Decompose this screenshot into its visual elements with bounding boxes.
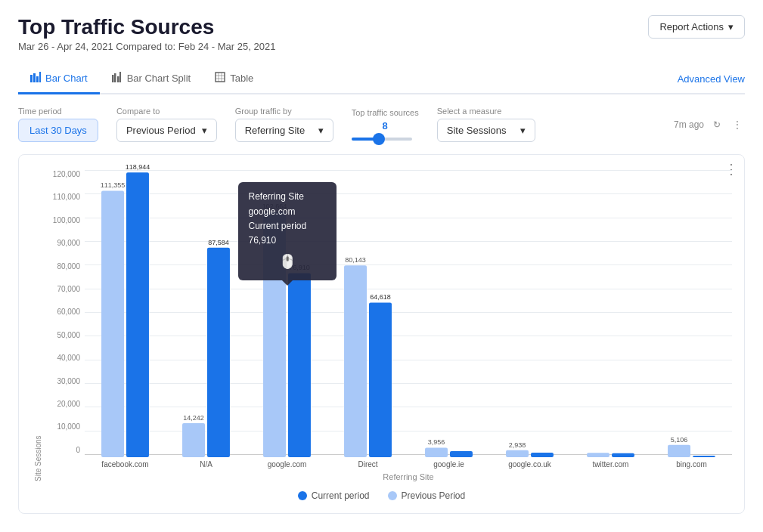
- bar-chart-icon: [30, 72, 41, 85]
- legend-current: Current period: [298, 490, 370, 501]
- legend-dot-previous: [388, 491, 397, 500]
- top-traffic-control: Top traffic sources 8: [352, 108, 419, 141]
- measure-dropdown[interactable]: Site Sessions ▾: [437, 119, 535, 142]
- svg-rect-1: [33, 73, 36, 82]
- bar-previous-twitter.com[interactable]: [587, 453, 609, 457]
- bar-previous-N/A[interactable]: [182, 423, 205, 457]
- x-label-google.com: google.com: [247, 460, 327, 469]
- y-label-120k: 120,000: [42, 170, 80, 178]
- x-label-google.co.uk: google.co.uk: [489, 460, 570, 469]
- top-traffic-label: Top traffic sources: [352, 108, 419, 117]
- time-period-control: Time period Last 30 Days: [18, 107, 98, 142]
- svg-text:5,106: 5,106: [671, 436, 688, 444]
- table-icon: [215, 72, 225, 85]
- svg-text:118,944: 118,944: [126, 163, 150, 171]
- svg-rect-7: [119, 72, 121, 82]
- legend-previous: Previous Period: [388, 490, 466, 501]
- bar-current-N/A[interactable]: [207, 248, 230, 457]
- y-label-60k: 60,000: [42, 308, 80, 316]
- y-label-40k: 40,000: [42, 354, 80, 362]
- timestamp: 7m ago: [674, 119, 704, 130]
- bar-previous-facebook.com[interactable]: [101, 190, 124, 457]
- bar-current-Direct[interactable]: [369, 302, 392, 457]
- page-title: Top Traffic Sources: [18, 15, 275, 39]
- top-traffic-slider[interactable]: [373, 133, 385, 145]
- group-traffic-control: Group traffic by Referring Site ▾: [235, 107, 333, 142]
- chart-legend: Current period Previous Period: [31, 490, 732, 501]
- bar-current-facebook.com[interactable]: [126, 172, 149, 457]
- y-axis: 120,000 110,000 100,000 90,000 80,000 70…: [42, 170, 85, 481]
- y-label-100k: 100,000: [42, 216, 80, 224]
- svg-text:87,584: 87,584: [208, 239, 229, 246]
- svg-rect-2: [36, 76, 39, 82]
- more-options-button[interactable]: ⋮: [730, 116, 745, 133]
- bar-current-google.com[interactable]: [288, 273, 311, 457]
- chart-area: 111,355118,94414,24287,584102,66476,9108…: [85, 170, 732, 481]
- svg-rect-6: [117, 76, 119, 82]
- report-actions-label: Report Actions: [659, 21, 724, 32]
- y-label-80k: 80,000: [42, 262, 80, 271]
- tab-table-label: Table: [230, 73, 253, 84]
- svg-text:102,664: 102,664: [262, 203, 287, 210]
- svg-rect-8: [216, 73, 225, 82]
- tab-table[interactable]: Table: [203, 64, 265, 94]
- x-axis-labels: facebook.comN/Agoogle.comDirectgoogle.ie…: [85, 457, 732, 469]
- chevron-down-icon: ▾: [318, 125, 324, 136]
- advanced-view-link[interactable]: Advanced View: [678, 66, 745, 92]
- group-traffic-value: Referring Site: [245, 125, 305, 136]
- x-label-twitter.com: twitter.com: [570, 460, 651, 469]
- tab-bar-chart-label: Bar Chart: [45, 73, 88, 84]
- bar-previous-google.ie[interactable]: [425, 447, 448, 457]
- y-axis-title: Site Sessions: [31, 170, 42, 481]
- tab-bar-chart[interactable]: Bar Chart: [18, 64, 100, 94]
- chart-container: ⋮ Site Sessions 120,000 110,000 100,000 …: [18, 154, 745, 514]
- tab-bar-chart-split-label: Bar Chart Split: [127, 73, 191, 84]
- time-period-label: Time period: [18, 107, 98, 116]
- y-label-90k: 90,000: [42, 239, 80, 247]
- time-period-dropdown[interactable]: Last 30 Days: [18, 119, 98, 142]
- y-label-20k: 20,000: [42, 400, 80, 408]
- svg-text:14,242: 14,242: [183, 414, 204, 422]
- bar-current-google.ie[interactable]: [450, 451, 473, 457]
- bar-previous-Direct[interactable]: [344, 265, 367, 457]
- meta-controls: 7m ago ↻ ⋮: [674, 116, 745, 133]
- bar-current-twitter.com[interactable]: [612, 453, 634, 457]
- y-label-70k: 70,000: [42, 285, 80, 293]
- y-label-10k: 10,000: [42, 422, 80, 431]
- compare-to-label: Compare to: [116, 107, 217, 116]
- compare-to-control: Compare to Previous Period ▾: [116, 107, 217, 142]
- legend-previous-label: Previous Period: [402, 490, 466, 501]
- x-label-google.ie: google.ie: [408, 460, 489, 469]
- y-label-110k: 110,000: [42, 193, 80, 201]
- legend-current-label: Current period: [312, 490, 370, 501]
- svg-text:3,956: 3,956: [428, 438, 445, 446]
- bar-previous-bing.com[interactable]: [668, 445, 690, 457]
- y-label-0: 0: [42, 446, 80, 454]
- measure-label: Select a measure: [437, 107, 535, 116]
- compare-to-value: Previous Period: [126, 125, 196, 136]
- svg-text:2,938: 2,938: [509, 441, 526, 449]
- refresh-button[interactable]: ↻: [710, 116, 724, 133]
- svg-text:64,618: 64,618: [370, 293, 391, 301]
- top-traffic-value: 8: [352, 120, 419, 131]
- bars-wrapper: 111,355118,94414,24287,584102,66476,9108…: [85, 170, 732, 472]
- x-label-bing.com: bing.com: [651, 460, 732, 469]
- group-traffic-dropdown[interactable]: Referring Site ▾: [235, 119, 333, 142]
- chart-svg: 111,355118,94414,24287,584102,66476,9108…: [85, 170, 732, 457]
- bar-current-google.co.uk[interactable]: [531, 453, 554, 457]
- legend-dot-current: [298, 491, 307, 500]
- svg-rect-4: [112, 75, 114, 82]
- bar-previous-google.com[interactable]: [263, 212, 286, 457]
- measure-value: Site Sessions: [447, 125, 507, 136]
- svg-rect-5: [114, 73, 116, 82]
- x-axis-title: Referring Site: [85, 472, 732, 481]
- bar-current-bing.com[interactable]: [693, 456, 715, 457]
- chevron-down-icon: ▾: [202, 125, 207, 136]
- bar-previous-google.co.uk[interactable]: [506, 450, 529, 457]
- svg-text:76,910: 76,910: [289, 264, 310, 271]
- top-traffic-slider-track: [352, 138, 412, 141]
- tab-bar-chart-split[interactable]: Bar Chart Split: [100, 64, 203, 94]
- compare-to-dropdown[interactable]: Previous Period ▾: [116, 119, 217, 142]
- report-actions-button[interactable]: Report Actions ▾: [648, 15, 745, 39]
- x-label-Direct: Direct: [327, 460, 408, 469]
